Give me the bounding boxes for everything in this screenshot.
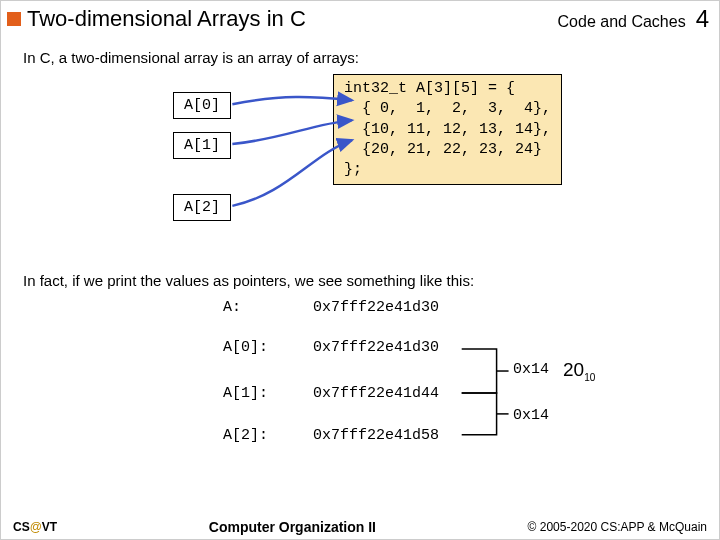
ptr-a2-val: 0x7fff22e41d58 (313, 427, 439, 444)
bullet-icon (7, 12, 21, 26)
diagram-arrows: A[0] A[1] A[2] int32_t A[3][5] = { { 0, … (23, 74, 697, 254)
slide-title: Two-dimensional Arrays in C (27, 6, 306, 32)
diff1-base: 10 (584, 372, 595, 383)
diff2-hex: 0x14 (513, 407, 549, 424)
footer-left-b: VT (42, 520, 57, 534)
footer-center: Computer Organization II (209, 519, 376, 535)
slide-footer: CS@VT Computer Organization II © 2005-20… (1, 519, 719, 535)
ptr-a-val: 0x7fff22e41d30 (313, 299, 439, 316)
label-a0: A[0] (173, 92, 231, 119)
slide-body: In C, a two-dimensional array is an arra… (1, 39, 719, 459)
code-block: int32_t A[3][5] = { { 0, 1, 2, 3, 4}, {1… (333, 74, 562, 185)
footer-left-a: CS (13, 520, 30, 534)
ptr-a1-label: A[1]: (223, 385, 268, 402)
intro-text-2: In fact, if we print the values as point… (23, 272, 697, 289)
footer-right: © 2005-2020 CS:APP & McQuain (528, 520, 707, 534)
ptr-a1-val: 0x7fff22e41d44 (313, 385, 439, 402)
slide-header: Two-dimensional Arrays in C Code and Cac… (1, 1, 719, 39)
section-name: Code and Caches (558, 13, 686, 31)
diff1-dec: 20 (563, 359, 584, 380)
ptr-a0-label: A[0]: (223, 339, 268, 356)
pointer-diagram: A: 0x7fff22e41d30 A[0]: 0x7fff22e41d30 A… (23, 299, 697, 459)
diff1-dec-wrap: 2010 (563, 359, 595, 383)
label-a2: A[2] (173, 194, 231, 221)
ptr-a2-label: A[2]: (223, 427, 268, 444)
at-icon: @ (30, 520, 42, 534)
ptr-a0-val: 0x7fff22e41d30 (313, 339, 439, 356)
intro-text-1: In C, a two-dimensional array is an arra… (23, 49, 697, 66)
label-a1: A[1] (173, 132, 231, 159)
ptr-a-label: A: (223, 299, 241, 316)
footer-left: CS@VT (13, 520, 57, 534)
slide-number: 4 (696, 5, 709, 33)
diff1-hex: 0x14 (513, 361, 549, 378)
